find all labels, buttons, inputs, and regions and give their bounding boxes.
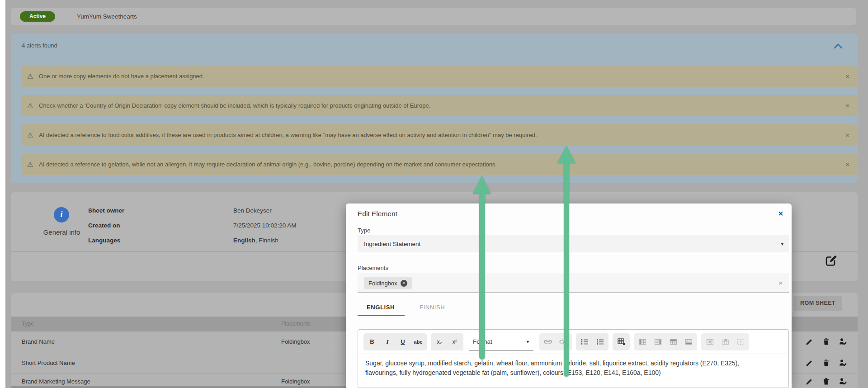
delete-column-icon [717, 334, 733, 350]
alert-row: ⚠ Check whether a 'Country of Origin Dec… [21, 95, 858, 116]
info-icon: i [54, 207, 69, 222]
type-select[interactable]: Ingredient Statement ▼ [358, 235, 789, 253]
editor-line: flavourings, fully hydrogenated vegetabl… [365, 368, 786, 378]
column-header-type: Type [22, 317, 34, 331]
alert-message: Check whether a 'Country of Origin Decla… [39, 95, 430, 116]
app-screen: Active YumYum Sweethearts 4 alerts found… [0, 0, 868, 388]
active-tab-underline [358, 315, 405, 316]
edit-square-icon [825, 260, 838, 267]
languages-value: English, Finnish [233, 237, 278, 244]
dismiss-alert-icon[interactable]: × [845, 124, 849, 146]
warning-icon: ⚠ [27, 154, 33, 175]
alerts-summary: 4 alerts found [22, 42, 57, 49]
from-sheet-button[interactable]: ROM SHEET [793, 296, 842, 311]
edit-general-info-button[interactable] [825, 254, 839, 267]
link-icon [540, 334, 556, 350]
alerts-panel: 4 alerts found ⚠ One or more copy elemen… [11, 34, 858, 183]
bullet-list-icon[interactable] [577, 334, 592, 350]
insert-column-right-icon [650, 334, 665, 350]
placements-field[interactable]: Foldingbox × × [358, 273, 789, 293]
select-table-icon [733, 334, 748, 350]
numbered-list-icon[interactable] [592, 334, 608, 350]
script-group: x₂ x² [431, 333, 463, 350]
insert-table-icon[interactable] [613, 334, 629, 350]
sheet-header-bar: Active YumYum Sweethearts [11, 8, 856, 25]
modal-title: Edit Element [358, 210, 397, 218]
type-select-value: Ingredient Statement [364, 235, 420, 253]
alert-row: ⚠ AI detected a reference to food color … [21, 124, 858, 146]
alert-message: AI detected a reference to food color ad… [39, 124, 537, 146]
field-label: Languages [88, 237, 120, 244]
sheet-owner-value: Ben Dekeyser [233, 207, 272, 214]
status-badge: Active [20, 11, 55, 22]
bold-button[interactable]: B [364, 334, 380, 350]
language-primary: English [233, 237, 255, 244]
placement-chip-label: Foldingbox [368, 280, 397, 287]
editor-line: Sugar, glucose syrup, modified starch, g… [365, 359, 786, 368]
collapse-alerts-button[interactable] [833, 43, 843, 49]
text-style-group: B I U abc [363, 333, 427, 350]
merge-cells-icon [702, 334, 717, 350]
close-icon[interactable]: × [778, 208, 783, 219]
insert-row-below-icon [681, 334, 696, 350]
row-actions [806, 352, 847, 373]
table-edit-group [634, 333, 697, 350]
row-actions [806, 331, 847, 352]
assign-user-icon[interactable] [839, 378, 847, 385]
dismiss-alert-icon[interactable]: × [845, 66, 849, 87]
sheet-title: YumYum Sweethearts [77, 8, 137, 25]
clear-placements-icon[interactable]: × [778, 273, 783, 293]
assign-user-icon[interactable] [839, 359, 847, 367]
insert-table-group [613, 333, 630, 350]
superscript-button[interactable]: x² [447, 334, 462, 350]
next-row-edge [11, 386, 348, 388]
caret-down-icon: ▼ [780, 235, 784, 253]
tab-finnish[interactable]: FINNISH [420, 304, 445, 311]
alert-row: ⚠ One or more copy elements do not have … [21, 66, 858, 87]
placement-chip[interactable]: Foldingbox × [364, 277, 412, 289]
remove-chip-icon[interactable]: × [401, 280, 407, 287]
edit-row-icon[interactable] [806, 338, 813, 345]
warning-icon: ⚠ [27, 124, 33, 146]
subscript-button[interactable]: x₂ [432, 334, 447, 350]
warning-icon: ⚠ [27, 66, 33, 87]
alert-row: ⚠ AI detected a reference to gelation, w… [21, 154, 858, 175]
placements-label: Placements [358, 265, 388, 271]
delete-row-icon[interactable] [822, 338, 830, 345]
insert-column-left-icon [635, 334, 650, 350]
editor-toolbar: B I U abc x₂ x² Format ▼ [358, 330, 788, 354]
field-label: Created on [88, 222, 120, 229]
column-header-placements: Placements [281, 317, 311, 331]
delete-row-icon[interactable] [822, 378, 830, 385]
alert-message: One or more copy elements do not have a … [39, 66, 204, 87]
edit-row-icon[interactable] [806, 378, 813, 385]
warning-icon: ⚠ [27, 95, 33, 116]
alert-message: AI detected a reference to gelation, whi… [39, 154, 497, 175]
dismiss-alert-icon[interactable]: × [845, 154, 849, 175]
cell-type: Short Product Name [22, 352, 75, 373]
insert-row-above-icon [665, 334, 681, 350]
edit-row-icon[interactable] [806, 359, 813, 367]
chevron-up-icon [833, 43, 843, 51]
strikethrough-button[interactable]: abc [410, 334, 426, 350]
type-label: Type [358, 227, 370, 234]
created-on-value: 7/25/2025 10:02:20 AM [233, 222, 297, 229]
caret-down-icon: ▼ [526, 333, 530, 350]
field-label: Sheet owner [88, 207, 124, 214]
rich-text-editor: B I U abc x₂ x² Format ▼ [358, 329, 789, 388]
editor-content[interactable]: Sugar, glucose syrup, modified starch, g… [365, 359, 786, 378]
assign-user-icon[interactable] [839, 338, 847, 345]
tab-english[interactable]: ENGLISH [367, 304, 395, 311]
language-rest: , Finnish [255, 237, 278, 244]
cell-placements: Foldingbox [281, 331, 310, 352]
dismiss-alert-icon[interactable]: × [845, 95, 849, 116]
underline-button[interactable]: U [395, 334, 410, 350]
table-cell-group [701, 333, 749, 350]
general-info-section-label: General info [20, 228, 104, 236]
delete-row-icon[interactable] [822, 359, 830, 367]
cell-type: Brand Name [22, 331, 55, 352]
list-group [576, 333, 609, 350]
row-actions [806, 374, 847, 388]
italic-button[interactable]: I [380, 334, 395, 350]
